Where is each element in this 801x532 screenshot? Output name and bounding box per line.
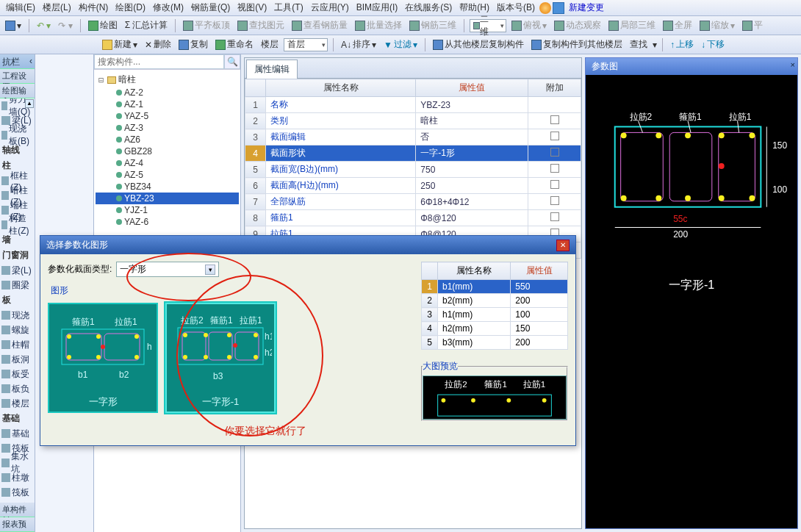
copy-button[interactable]: 复制 xyxy=(176,37,210,51)
view-rebar[interactable]: 查看钢筋量 xyxy=(290,18,350,32)
panel-project[interactable]: 工程设置 xyxy=(0,69,35,84)
modal-row[interactable]: 5b3(mm)200 xyxy=(422,336,568,350)
pan[interactable]: 平 xyxy=(740,18,765,32)
rename-button[interactable]: 重命名 xyxy=(213,37,256,51)
menu-bim[interactable]: BIM应用(I) xyxy=(353,0,401,15)
nav-b3[interactable]: 板洞 xyxy=(0,352,35,367)
tree-item[interactable]: YAZ-5 xyxy=(96,110,239,122)
property-row[interactable]: 7全部纵筋6Φ18+4Φ12 xyxy=(245,194,581,210)
nav-f0[interactable]: 基础 xyxy=(0,426,35,441)
nav-slab[interactable]: 现浇板(B) xyxy=(0,128,35,143)
nav-group-opening[interactable]: 门窗洞 xyxy=(0,248,35,263)
delete-button[interactable]: ✕ 删除 xyxy=(143,37,173,51)
tree-item[interactable]: AZ6 xyxy=(96,134,239,145)
nav-f5[interactable]: 独立 xyxy=(0,500,35,503)
nav-b5[interactable]: 板负 xyxy=(0,381,35,396)
undo-button[interactable]: ↶ ▾ xyxy=(35,20,53,32)
nav-beam2[interactable]: 梁(L) xyxy=(0,263,35,278)
sum-button[interactable]: Σ 汇总计算 xyxy=(123,18,170,32)
panel-draw[interactable]: 绘图输入 xyxy=(0,84,35,98)
search-button[interactable]: 🔍 xyxy=(224,54,240,69)
modal-row[interactable]: 3h1(mm)100 xyxy=(422,308,568,322)
shape-card-1[interactable]: 箍筋1 拉筋1 b1 b2 h 一字形 xyxy=(48,303,158,413)
panel-pin-icon[interactable]: × xyxy=(791,60,795,69)
property-row[interactable]: 6截面高(H边)(mm)250 xyxy=(245,178,581,194)
property-row[interactable]: 8箍筋1Φ8@120 xyxy=(245,210,581,226)
top-view[interactable]: 俯视▾ xyxy=(509,18,549,32)
tree-root[interactable]: ⊟暗柱 xyxy=(96,73,239,87)
find-element[interactable]: 查找图元 xyxy=(235,18,287,32)
checkbox[interactable] xyxy=(550,148,559,157)
nav-b6[interactable]: 楼层 xyxy=(0,396,35,411)
shape-card-2[interactable]: 拉筋2 箍筋1 拉筋1 b3 h1 h2 一字形-1 xyxy=(165,303,276,413)
filter-button[interactable]: ▼ 过滤▾ xyxy=(381,37,420,51)
nav-f2[interactable]: 集水坑 xyxy=(0,456,35,470)
nav-b0[interactable]: 现浇 xyxy=(0,308,35,323)
nav-b2[interactable]: 柱帽 xyxy=(0,337,35,352)
tree-item[interactable]: AZ-1 xyxy=(96,98,239,110)
property-row[interactable]: 2类别暗柱 xyxy=(245,113,581,129)
menu-version[interactable]: 版本号(B) xyxy=(494,0,538,15)
menu-cloud[interactable]: 云应用(Y) xyxy=(308,0,352,15)
batch-select[interactable]: 批量选择 xyxy=(353,18,404,32)
floor-dropdown[interactable]: 首层 xyxy=(284,38,328,51)
nav-group-base[interactable]: 基础 xyxy=(0,411,35,426)
menu-online[interactable]: 在线服务(S) xyxy=(402,0,455,15)
property-row[interactable]: 1名称YBZ-23 xyxy=(245,97,581,113)
modal-row[interactable]: 1b1(mm)550 xyxy=(422,280,568,294)
checkbox[interactable] xyxy=(550,132,559,140)
menu-floor[interactable]: 楼层(L) xyxy=(40,0,74,15)
fullscreen[interactable]: 全屏 xyxy=(661,18,694,32)
property-row[interactable]: 3截面编辑否 xyxy=(245,129,581,145)
copy-from-floor[interactable]: 从其他楼层复制构件 xyxy=(431,37,526,51)
modal-row[interactable]: 2b2(mm)200 xyxy=(422,294,568,308)
tree-item[interactable]: YJZ-1 xyxy=(96,204,239,216)
tree-item[interactable]: YAZ-6 xyxy=(96,216,239,228)
nav-f4[interactable]: 筏板 xyxy=(0,485,35,500)
scroll-up-icon[interactable]: ▲ xyxy=(25,99,34,108)
checkbox[interactable] xyxy=(550,164,559,173)
property-row[interactable]: 4截面形状一字-1形 xyxy=(245,145,581,162)
draw-button[interactable]: 绘图 xyxy=(86,18,120,32)
tree-item[interactable]: GBZ28 xyxy=(96,145,239,157)
modal-row[interactable]: 4h2(mm)150 xyxy=(422,322,568,336)
checkbox[interactable] xyxy=(550,212,559,221)
menu-tool[interactable]: 工具(T) xyxy=(271,0,306,15)
checkbox[interactable] xyxy=(550,115,559,124)
copy-to-floor[interactable]: 复制构件到其他楼层 xyxy=(529,37,625,51)
local-3d[interactable]: 局部三维 xyxy=(606,18,658,32)
save-button[interactable]: ▾ xyxy=(3,20,24,32)
tab-property[interactable]: 属性编辑 xyxy=(246,60,298,79)
tree-item[interactable]: AZ-4 xyxy=(96,157,239,169)
checkbox[interactable] xyxy=(550,196,559,205)
tree-item[interactable]: AZ-2 xyxy=(96,87,239,98)
nav-constcol[interactable]: 构造柱(Z) xyxy=(0,218,35,232)
find-button[interactable]: 查找 xyxy=(628,37,650,51)
rebar-3d[interactable]: 钢筋三维 xyxy=(407,18,459,32)
nav-ringbeam[interactable]: 圈梁 xyxy=(0,278,35,292)
tree-item[interactable]: YBZ34 xyxy=(96,181,239,193)
new-button[interactable]: 新建▾ xyxy=(100,37,140,51)
redo-button[interactable]: ↷ ▾ xyxy=(56,20,74,32)
level-board[interactable]: 平齐板顶 xyxy=(181,18,232,32)
menu-component[interactable]: 构件(N) xyxy=(76,0,112,15)
menu-draw[interactable]: 绘图(D) xyxy=(112,0,148,15)
tree-item[interactable]: AZ-3 xyxy=(96,122,239,134)
nav-b1[interactable]: 螺旋 xyxy=(0,323,35,337)
search-input[interactable] xyxy=(94,54,224,69)
panel-report[interactable]: 报表预 xyxy=(0,517,35,532)
tree-item[interactable]: YBZ-23 xyxy=(96,193,239,204)
property-row[interactable]: 5截面宽(B边)(mm)750 xyxy=(245,162,581,178)
menu-modify[interactable]: 修改(M) xyxy=(150,0,187,15)
menu-edit[interactable]: 编辑(E) xyxy=(3,0,38,15)
helmet-icon[interactable] xyxy=(539,2,551,14)
sort-button[interactable]: A↓ 排序▾ xyxy=(339,37,378,51)
move-down[interactable]: ↓ 下移 xyxy=(699,37,727,51)
menu-view[interactable]: 视图(V) xyxy=(234,0,270,15)
close-icon[interactable]: ✕ xyxy=(556,240,570,251)
zoom[interactable]: 缩放▾ xyxy=(697,18,737,32)
panel-single[interactable]: 单构件料 xyxy=(0,503,35,517)
type-dropdown[interactable]: 一字形▾ xyxy=(116,262,219,277)
new-change-button[interactable]: 新建变更 xyxy=(566,0,607,15)
view-mode-dropdown[interactable]: 二维 xyxy=(470,19,506,32)
